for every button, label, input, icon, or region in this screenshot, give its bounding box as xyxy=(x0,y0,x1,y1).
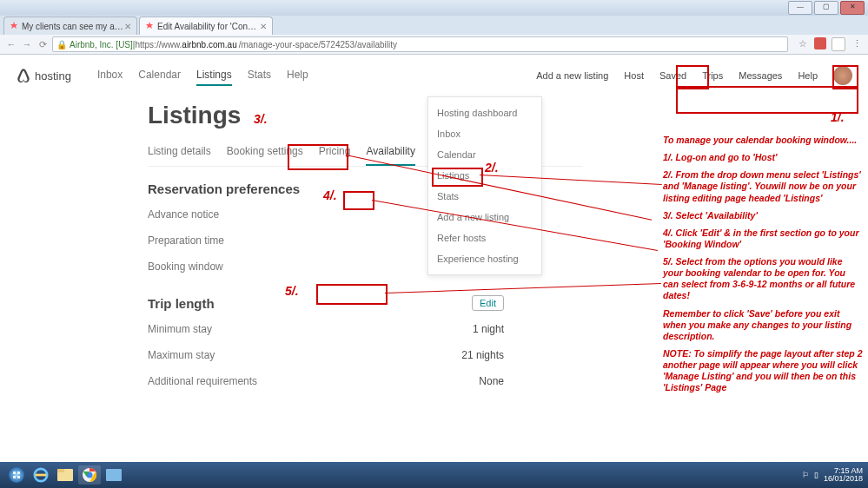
clock-date: 16/01/2018 xyxy=(824,475,863,483)
back-icon[interactable]: ← xyxy=(5,38,17,50)
annotation-number: 3/. xyxy=(254,112,268,126)
tab-close-icon[interactable]: ✕ xyxy=(124,22,131,31)
taskbar-tray: ⚐ ▯ 7:15 AM 16/01/2018 xyxy=(802,467,863,483)
primary-nav: Inbox Calendar Listings Stats Help xyxy=(97,65,308,86)
window-minimize-button[interactable]: — xyxy=(788,1,812,15)
row-label: Additional requirements xyxy=(148,375,257,387)
url-scheme: https://www. xyxy=(135,40,182,49)
note-line: 4/. Click 'Edit' & in the first section … xyxy=(663,228,863,250)
tab-booking-settings[interactable]: Booking settings xyxy=(227,142,303,166)
svg-rect-6 xyxy=(106,469,122,481)
note-line: 2/. From the drop down menu select 'List… xyxy=(663,169,863,203)
favicon-icon xyxy=(10,22,18,30)
url-org: Airbnb, Inc. [US] xyxy=(70,40,133,49)
nav-saved[interactable]: Saved xyxy=(659,70,686,81)
dropdown-item-inbox[interactable]: Inbox xyxy=(428,123,541,144)
address-bar[interactable]: 🔒 Airbnb, Inc. [US] | https://www. airbn… xyxy=(52,36,788,52)
taskbar-explorer-icon[interactable] xyxy=(54,465,76,485)
tab-close-icon[interactable]: ✕ xyxy=(260,22,267,31)
window-close-button[interactable]: ✕ xyxy=(840,1,865,15)
row-value: None xyxy=(479,375,504,387)
url-domain: airbnb.com.au xyxy=(182,40,236,49)
page-body: hosting Inbox Calendar Listings Stats He… xyxy=(0,55,868,463)
dropdown-item-experience-hosting[interactable]: Experience hosting xyxy=(428,248,541,269)
favicon-icon xyxy=(145,22,154,30)
annotation-number: 4/. xyxy=(323,188,337,202)
tray-flag-icon[interactable]: ⚐ xyxy=(802,472,809,479)
browser-tab[interactable]: My clients can see my a… ✕ xyxy=(3,16,137,35)
start-button[interactable] xyxy=(5,465,28,485)
note-line: NOTE: To simplify the page layout after … xyxy=(663,348,863,394)
section-title: Reservation preferences xyxy=(148,181,300,196)
nav-host[interactable]: Host xyxy=(624,70,644,81)
nav-trips[interactable]: Trips xyxy=(702,70,723,81)
nav-stats[interactable]: Stats xyxy=(248,65,271,86)
avatar[interactable] xyxy=(833,66,852,85)
annotation-notes: To manage your calendar booking window..… xyxy=(663,135,863,399)
nav-inbox[interactable]: Inbox xyxy=(97,65,123,86)
reload-icon[interactable]: ⟳ xyxy=(36,38,49,50)
extension-icon[interactable] xyxy=(814,37,826,49)
url-path: /manage-your-space/5724253/availability xyxy=(239,40,397,49)
taskbar-folder-icon[interactable] xyxy=(103,465,125,485)
section-title: Trip length xyxy=(148,296,215,311)
taskbar-chrome-icon[interactable] xyxy=(78,465,101,485)
extension-icon[interactable] xyxy=(832,37,845,51)
nav-messages[interactable]: Messages xyxy=(739,70,782,81)
dropdown-item-stats[interactable]: Stats xyxy=(428,186,541,207)
nav-listings[interactable]: Listings xyxy=(196,65,232,86)
dropdown-item-add-listing[interactable]: Add a new listing xyxy=(428,207,541,228)
trip-row-maximum-stay: Maximum stay 21 nights xyxy=(148,342,504,368)
note-line: To manage your calendar booking window..… xyxy=(663,135,863,146)
dropdown-item-refer-hosts[interactable]: Refer hosts xyxy=(428,228,541,248)
note-line: 5/. Select from the options you would li… xyxy=(663,256,863,302)
edit-button[interactable]: Edit xyxy=(472,295,504,311)
tab-listing-details[interactable]: Listing details xyxy=(148,142,211,166)
tab-title: My clients can see my a… xyxy=(22,22,123,31)
trip-length-section: Trip length Edit Minimum stay 1 night Ma… xyxy=(148,295,504,394)
browser-toolbar: ← → ⟳ 🔒 Airbnb, Inc. [US] | https://www.… xyxy=(0,35,868,55)
window-titlebar: — ▢ ✕ xyxy=(0,0,868,16)
secondary-nav: Add a new listing Host Saved Trips Messa… xyxy=(536,66,852,85)
taskbar-clock[interactable]: 7:15 AM 16/01/2018 xyxy=(824,467,863,483)
dropdown-item-hosting-dashboard[interactable]: Hosting dashboard xyxy=(428,102,541,123)
tab-availability[interactable]: Availability xyxy=(366,142,414,166)
nav-calendar[interactable]: Calendar xyxy=(138,65,181,86)
svg-rect-3 xyxy=(57,469,64,472)
window-maximize-button[interactable]: ▢ xyxy=(814,1,838,15)
row-label: Advance notice xyxy=(148,208,219,221)
browser-tab-strip: My clients can see my a… ✕ Edit Availabi… xyxy=(0,16,868,35)
row-label: Preparation time xyxy=(148,234,224,247)
forward-icon[interactable]: → xyxy=(21,38,33,50)
row-value: 21 nights xyxy=(461,349,504,361)
taskbar-ie-icon[interactable] xyxy=(30,465,52,485)
trip-row-minimum-stay: Minimum stay 1 night xyxy=(148,316,504,342)
note-line: 1/. Log-on and go to 'Host' xyxy=(663,152,863,163)
nav-help[interactable]: Help xyxy=(287,65,308,86)
toolbar-extensions: ☆ ⋮ xyxy=(797,37,863,51)
site-logo[interactable]: hosting xyxy=(16,68,71,83)
annotation-number: 2/. xyxy=(485,161,499,175)
note-line: 3/. Select 'Availability' xyxy=(663,210,863,221)
row-label: Booking window xyxy=(148,260,223,273)
nav-help[interactable]: Help xyxy=(798,70,818,81)
lock-icon: 🔒 xyxy=(56,40,67,49)
star-icon[interactable]: ☆ xyxy=(797,37,809,49)
row-value: 1 night xyxy=(473,323,504,335)
host-dropdown-menu: Hosting dashboard Inbox Calendar Listing… xyxy=(427,96,542,275)
menu-icon[interactable]: ⋮ xyxy=(851,37,863,49)
row-label: Maximum stay xyxy=(148,349,215,361)
browser-tab[interactable]: Edit Availability for 'Con… ✕ xyxy=(139,16,273,35)
trip-row-additional-requirements: Additional requirements None xyxy=(148,368,504,394)
annotation-number: 5/. xyxy=(285,284,299,298)
nav-add-listing[interactable]: Add a new listing xyxy=(536,70,608,81)
tab-title: Edit Availability for 'Con… xyxy=(157,22,256,31)
airbnb-logo-icon xyxy=(16,68,31,83)
svg-point-0 xyxy=(9,467,24,483)
row-label: Minimum stay xyxy=(148,323,212,335)
annotation-number: 1/. xyxy=(831,110,845,124)
windows-taskbar: ⚐ ▯ 7:15 AM 16/01/2018 xyxy=(0,462,868,488)
site-logo-text: hosting xyxy=(35,69,71,82)
note-line: Remember to click 'Save' before you exit… xyxy=(663,308,863,342)
tray-network-icon[interactable]: ▯ xyxy=(814,472,818,479)
